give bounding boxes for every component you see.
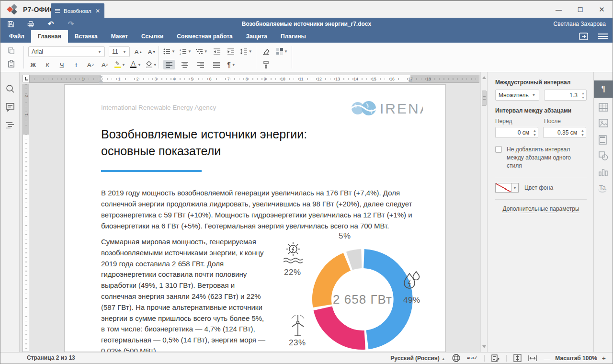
vertical-scrollbar[interactable] <box>480 72 487 352</box>
ruler-number: 16 <box>390 77 395 81</box>
right-indent-marker[interactable] <box>409 79 412 82</box>
page-header-text[interactable]: International Renewable Energy Agency <box>101 104 216 111</box>
spacing-after-input[interactable]: 0.35 см ▲▼ <box>543 127 586 138</box>
bold-button[interactable]: Ж <box>28 60 38 69</box>
vertical-ruler[interactable]: 2 1 <box>23 84 29 352</box>
line-spacing-button[interactable]: ▼ <box>240 46 252 56</box>
font-size-select[interactable]: 11▼ <box>109 46 130 57</box>
menu-tab-5[interactable]: Ссылки <box>135 30 170 43</box>
ruler-number: 3 <box>153 77 158 81</box>
font-color-button[interactable]: А▼ <box>130 60 141 69</box>
decrease-font-button[interactable]: А▼ <box>147 47 157 57</box>
italic-button[interactable]: К <box>43 60 52 69</box>
irena-logo[interactable]: IRENA <box>341 97 423 121</box>
spin-up-icon[interactable]: ▲ <box>581 91 585 95</box>
menu-tab-3[interactable]: Вставка <box>68 30 104 43</box>
horizontal-ruler[interactable]: 1123456789101112131415161718 <box>29 75 479 83</box>
decrease-indent-button[interactable] <box>212 46 222 56</box>
menu-tab-7[interactable]: Защита <box>239 30 274 43</box>
multilevel-list-button[interactable]: ▼ <box>196 46 208 56</box>
fit-page-icon[interactable] <box>513 354 522 362</box>
background-color-dropdown[interactable]: ▼ <box>511 183 519 193</box>
document-workspace: 1123456789101112131415161718 2 1 Interna… <box>20 72 480 352</box>
numbered-list-button[interactable]: 12▼ <box>180 46 192 56</box>
strikethrough-button[interactable]: Ŧ <box>71 60 81 69</box>
user-name[interactable]: Светлана Захарова <box>554 18 606 30</box>
menu-tab-6[interactable]: Совместная работа <box>170 30 239 43</box>
paragraph-2[interactable]: Суммарная мировая мощность, генерируемая… <box>101 237 270 352</box>
align-left-button[interactable] <box>163 60 175 69</box>
document-tab[interactable]: Возобновляем... ✕ <box>51 3 104 18</box>
page-indicator[interactable]: Страница 2 из 13 <box>27 353 75 364</box>
copy-style-button[interactable] <box>261 60 271 69</box>
comments-icon[interactable] <box>6 103 15 113</box>
superscript-button[interactable]: А2 <box>86 60 95 69</box>
hamburger-menu-icon[interactable] <box>598 34 608 39</box>
menu-tab-1[interactable]: Файл <box>2 30 31 43</box>
paragraph-settings-panel: Междустрочный интервал Множитель▼ 1.3 ▲▼… <box>487 72 594 352</box>
energy-donut-chart[interactable]: 2 658 ГВт 49% 23% 22% 5% <box>266 224 446 352</box>
minimize-button[interactable]: — <box>548 6 569 13</box>
spin-up-icon[interactable]: ▲ <box>581 128 584 133</box>
tab-close-icon[interactable]: ✕ <box>95 8 100 14</box>
paste-button[interactable] <box>6 59 16 68</box>
bullet-list-button[interactable]: ▼ <box>163 46 175 56</box>
paragraph-settings-tab[interactable]: ¶ <box>594 80 613 98</box>
align-center-button[interactable] <box>179 60 191 69</box>
table-settings-icon[interactable] <box>599 103 608 113</box>
color-scheme-button[interactable]: ▼ <box>276 46 288 56</box>
underline-button[interactable]: Ч <box>57 60 67 69</box>
shape-settings-icon[interactable] <box>599 151 608 161</box>
line-spacing-type-select[interactable]: Множитель▼ <box>495 90 539 101</box>
spin-down-icon[interactable]: ▼ <box>581 95 585 100</box>
increase-indent-button[interactable] <box>226 46 236 56</box>
spacing-before-input[interactable]: 0 см ▲▼ <box>495 127 538 138</box>
checkbox-label: Не добавлять интервал между абзацами одн… <box>507 146 587 170</box>
copy-button[interactable] <box>6 46 16 55</box>
line-spacing-value-input[interactable]: 1.3 ▲▼ <box>544 90 587 101</box>
spin-down-icon[interactable]: ▼ <box>581 133 584 137</box>
open-file-location-icon[interactable] <box>579 33 589 40</box>
clear-style-button[interactable] <box>261 46 271 56</box>
advanced-settings-link[interactable]: Дополнительные параметры <box>495 205 587 212</box>
nonprinting-chars-button[interactable]: ¶▼ <box>227 60 236 69</box>
align-right-button[interactable] <box>195 60 206 69</box>
align-justify-button[interactable] <box>211 60 222 69</box>
document-heading[interactable]: Возобновляемые источники энергии: основн… <box>101 126 307 159</box>
font-name-select[interactable]: Arial▼ <box>28 46 105 57</box>
text-art-settings-icon[interactable]: Ta <box>598 184 607 193</box>
menu-tab-2[interactable]: Главная <box>31 30 68 43</box>
spell-check-icon[interactable]: АБВ✓ <box>467 356 478 360</box>
increase-font-button[interactable]: А▲ <box>134 47 143 57</box>
left-margin-marker[interactable] <box>99 82 103 83</box>
highlight-color-button[interactable]: ✎▼ <box>114 60 125 69</box>
menu-tab-4[interactable]: Макет <box>104 30 135 43</box>
subscript-button[interactable]: А2 <box>100 60 110 69</box>
main-area: 1123456789101112131415161718 2 1 Interna… <box>0 72 613 352</box>
image-settings-icon[interactable] <box>599 119 608 128</box>
first-line-indent-marker[interactable] <box>99 76 103 79</box>
background-color-swatch[interactable] <box>495 183 511 193</box>
spin-down-icon[interactable]: ▼ <box>533 133 536 137</box>
fit-width-icon[interactable] <box>528 355 537 362</box>
maximize-button[interactable]: ☐ <box>569 6 591 13</box>
spin-up-icon[interactable]: ▲ <box>533 128 536 133</box>
document-page[interactable]: International Renewable Energy Agency IR… <box>64 84 446 352</box>
language-selector[interactable]: Русский (Россия)▲ <box>390 355 445 362</box>
search-icon[interactable] <box>6 84 15 94</box>
same-style-spacing-checkbox[interactable] <box>495 146 502 153</box>
scroll-up-icon[interactable] <box>482 76 486 79</box>
scrollbar-thumb[interactable] <box>482 91 487 106</box>
navigation-headings-icon[interactable] <box>6 122 15 131</box>
scroll-down-icon[interactable] <box>482 345 486 348</box>
donut-segment-5% <box>349 259 361 261</box>
track-changes-icon[interactable] <box>491 354 499 362</box>
zoom-out-button[interactable]: — <box>544 354 550 362</box>
close-button[interactable]: ✕ <box>591 5 613 14</box>
header-footer-settings-icon[interactable] <box>599 135 608 145</box>
shading-color-button[interactable]: ▼ <box>146 60 157 69</box>
zoom-in-button[interactable]: + <box>602 354 606 362</box>
menu-tab-8[interactable]: Плагины <box>274 30 313 43</box>
chart-settings-icon[interactable] <box>599 168 608 177</box>
document-language-icon[interactable] <box>452 354 460 362</box>
